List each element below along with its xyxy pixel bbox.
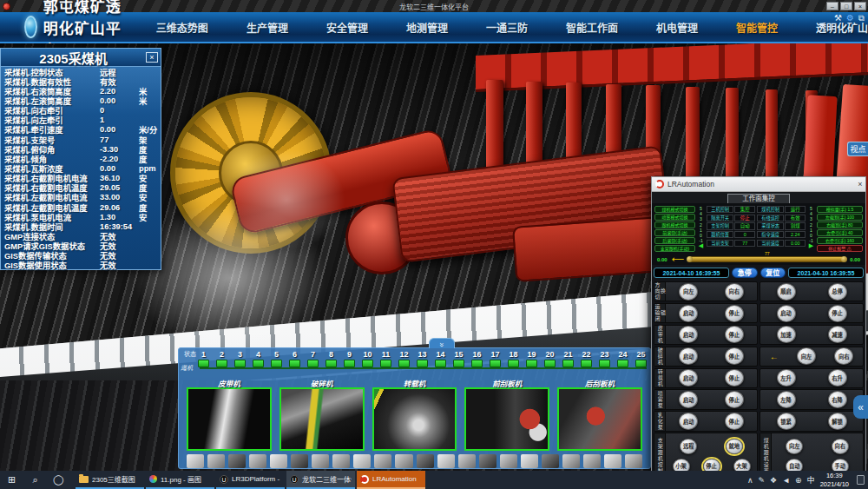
- filmstrip-thumb[interactable]: [228, 454, 246, 468]
- filmstrip-thumb[interactable]: [562, 454, 580, 468]
- shearer-panel-close-icon[interactable]: ×: [146, 52, 158, 63]
- lr-round-button[interactable]: 启动: [679, 305, 698, 322]
- taskbar-item-5[interactable]: LRAutomation: [357, 471, 425, 489]
- gear-icon[interactable]: ⚙: [846, 13, 854, 23]
- filmstrip-thumb[interactable]: [395, 454, 412, 468]
- camera-feed[interactable]: [557, 387, 642, 451]
- filmstrip-thumb[interactable]: [332, 454, 350, 468]
- reset-button[interactable]: 复位: [760, 268, 786, 278]
- lr-round-button[interactable]: 启动: [679, 391, 698, 408]
- viewpoint-tab[interactable]: 视点: [847, 142, 868, 156]
- nav-item-4[interactable]: 地测管理: [406, 20, 448, 35]
- lr-round-button[interactable]: 启动: [679, 347, 698, 365]
- lr-round-button[interactable]: 向左: [797, 347, 816, 365]
- filmstrip-thumb[interactable]: [270, 454, 287, 468]
- lr-mode-button-right-5[interactable]: 右牵引(手) 160: [817, 237, 863, 244]
- nav-item-6[interactable]: 智能工作面: [566, 20, 618, 35]
- lr-round-button[interactable]: 停止: [725, 326, 744, 343]
- lr-round-button[interactable]: 左降: [777, 391, 796, 408]
- filmstrip-thumb[interactable]: [207, 454, 225, 468]
- filmstrip-thumb[interactable]: [542, 454, 559, 468]
- lr-round-button[interactable]: 锁紧: [777, 413, 796, 430]
- filmstrip-thumb[interactable]: [291, 454, 308, 468]
- clock[interactable]: 16:39 2021/4/10: [820, 472, 849, 488]
- estop-button[interactable]: 急停: [732, 268, 758, 278]
- lr-round-button[interactable]: 停止: [725, 369, 744, 387]
- camera-feed[interactable]: [279, 387, 365, 451]
- lr-mode-button-right-4[interactable]: 左牵引(手) 40: [817, 229, 863, 236]
- network-icon[interactable]: ⊕: [795, 476, 802, 485]
- lr-round-button[interactable]: 总停: [828, 283, 847, 301]
- lr-round-button[interactable]: 向右: [832, 439, 849, 454]
- lr-round-button[interactable]: 远程: [680, 439, 697, 454]
- lr-round-button[interactable]: 向右: [725, 283, 744, 301]
- filmstrip-thumb[interactable]: [583, 454, 601, 468]
- nav-item-5[interactable]: 一通三防: [486, 20, 528, 35]
- lr-mode-button-right-1[interactable]: 模拟量(手) 1.5: [817, 206, 863, 213]
- filmstrip-thumb[interactable]: [500, 454, 517, 468]
- lr-round-button[interactable]: 顺启: [777, 283, 796, 301]
- maximize-button[interactable]: □: [840, 2, 852, 10]
- shield-icon[interactable]: ❖: [770, 476, 777, 485]
- filmstrip-thumb[interactable]: [249, 454, 266, 468]
- ime-indicator[interactable]: 中: [807, 474, 815, 486]
- lr-round-button[interactable]: 右升: [828, 369, 847, 387]
- tray-chevron-icon[interactable]: ∧: [747, 476, 753, 485]
- nav-item-8[interactable]: 智能管控: [736, 20, 778, 35]
- filmstrip-thumb[interactable]: [604, 454, 621, 468]
- lr-round-button[interactable]: 向右: [834, 347, 853, 365]
- camera-feed[interactable]: [372, 387, 457, 451]
- filmstrip-thumb[interactable]: [312, 454, 329, 468]
- lr-round-button[interactable]: 加速: [777, 326, 796, 343]
- lr-round-button[interactable]: 解锁: [828, 413, 847, 430]
- lr-round-button[interactable]: 减速: [828, 326, 847, 343]
- filmstrip-thumb[interactable]: [187, 454, 204, 468]
- lr-round-button[interactable]: 启动: [777, 305, 796, 322]
- pen-icon[interactable]: ✎: [759, 476, 766, 485]
- lr-mode-button-left-2[interactable]: 喷雾模式切换: [654, 214, 695, 221]
- nav-item-1[interactable]: 三维态势图: [156, 20, 208, 35]
- lr-round-button[interactable]: 停止: [725, 305, 744, 322]
- filmstrip-thumb[interactable]: [458, 454, 476, 468]
- close-button[interactable]: ×: [854, 2, 866, 10]
- lr-round-button[interactable]: 停止: [828, 305, 847, 322]
- lr-stop-alarm-button[interactable]: 停止报警 ⚠: [817, 245, 863, 252]
- nav-item-3[interactable]: 安全管理: [326, 20, 368, 35]
- lr-mode-button-right-3[interactable]: 右截割(手) 80: [817, 221, 863, 228]
- nav-item-2[interactable]: 生产管理: [247, 20, 288, 35]
- camera-feed[interactable]: [464, 387, 549, 451]
- lr-round-button[interactable]: 右降: [828, 391, 847, 408]
- lr-mode-button-right-2[interactable]: 左截割(手) 100: [817, 214, 863, 221]
- lr-close-icon[interactable]: ×: [855, 180, 865, 188]
- lr-titlebar[interactable]: LRAutomation ×: [652, 177, 865, 192]
- lr-mode-button-left-1[interactable]: 煤机模式切换: [654, 206, 695, 213]
- taskbar-item-4[interactable]: U龙软二三维一体化...: [286, 471, 355, 489]
- lr-round-button[interactable]: 停止: [725, 347, 744, 365]
- restore-icon[interactable]: ⧉: [858, 13, 865, 23]
- lr-round-button[interactable]: 启动: [679, 413, 698, 430]
- lr-mode-button-left-6[interactable]: 支架跟机(手动): [654, 245, 695, 252]
- filmstrip-thumb[interactable]: [353, 454, 371, 468]
- camera-feed[interactable]: [187, 387, 272, 451]
- filmstrip-thumb[interactable]: [521, 454, 538, 468]
- collapse-panel-tab[interactable]: «: [853, 395, 868, 419]
- notification-center-icon[interactable]: [857, 475, 865, 485]
- filmstrip-thumb[interactable]: [417, 454, 434, 468]
- lr-round-button[interactable]: 停止: [725, 413, 744, 430]
- start-button[interactable]: ⊞: [0, 474, 23, 486]
- lr-round-button[interactable]: 左升: [777, 369, 796, 387]
- nav-item-7[interactable]: 机电管理: [656, 20, 698, 35]
- lr-round-button[interactable]: 启动: [679, 326, 698, 343]
- taskbar-item-3[interactable]: ULR3DPlatform - U...: [216, 471, 285, 489]
- tools-icon[interactable]: ⚒: [834, 13, 842, 23]
- lr-round-button[interactable]: 向左: [786, 439, 803, 454]
- taskbar-item-2[interactable]: 11.png - 画图: [146, 471, 214, 489]
- lr-round-button[interactable]: 停止: [725, 391, 744, 408]
- lr-round-button[interactable]: 向左: [679, 283, 698, 301]
- taskview-icon[interactable]: ◯: [47, 474, 70, 486]
- lr-round-button[interactable]: 启动: [679, 369, 698, 387]
- panel-collapse-chevron[interactable]: »: [429, 338, 455, 348]
- filmstrip-thumb[interactable]: [437, 454, 455, 468]
- filmstrip-thumb[interactable]: [374, 454, 391, 468]
- search-icon[interactable]: ⌕: [23, 474, 47, 486]
